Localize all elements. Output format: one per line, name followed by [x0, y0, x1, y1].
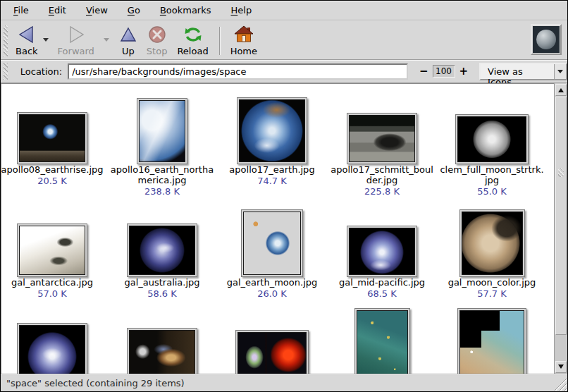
location-bar: Location: − 100 + View as Icons	[1, 60, 567, 83]
menu-bar: File Edit View Go Bookmarks Help	[1, 1, 567, 20]
menu-file[interactable]: File	[4, 1, 39, 19]
back-dropdown-arrow-icon[interactable]	[43, 38, 49, 44]
icon-row-1: apollo08_earthrise.jpg 20.5 K apollo16_e…	[1, 91, 554, 197]
reload-button[interactable]: Reload	[172, 23, 213, 58]
file-thumbnail[interactable]	[347, 113, 417, 164]
menu-edit[interactable]: Edit	[39, 1, 76, 19]
file-item[interactable]: apollo16_earth_northa merica.jpg 238.8 K	[107, 91, 217, 197]
resize-grip[interactable]	[554, 378, 567, 391]
menu-help[interactable]: Help	[221, 1, 262, 19]
file-thumbnail[interactable]	[354, 308, 410, 374]
file-item[interactable]	[217, 307, 327, 374]
toolbar-separator	[219, 27, 220, 55]
file-size: 55.0 K	[477, 186, 507, 197]
file-thumbnail[interactable]	[127, 328, 197, 374]
scroll-up-button[interactable]	[555, 84, 567, 96]
file-item[interactable]: clem_full_moon_strtrk. jpg 55.0 K	[437, 91, 547, 197]
throbber-globe-icon	[536, 30, 556, 49]
zoom-out-button[interactable]: −	[416, 66, 431, 78]
file-item[interactable]: gal_moon_color.jpg 57.7 K	[437, 204, 547, 299]
australia-globe-photo-thumbnail	[129, 226, 195, 275]
toolbar-drag-handle[interactable]	[4, 25, 8, 56]
file-name: clem_full_moon_strtrk.	[440, 164, 543, 175]
file-item[interactable]: apollo17_earth.jpg 74.7 K	[217, 91, 327, 197]
color-moon-photo-thumbnail	[462, 212, 523, 275]
menu-bookmarks[interactable]: Bookmarks	[150, 1, 221, 19]
file-thumbnail[interactable]	[127, 223, 197, 277]
icon-row-2: gal_antarctica.jpg 57.0 K gal_australia.…	[1, 204, 554, 299]
file-name: gal_moon_color.jpg	[448, 277, 536, 288]
menu-view[interactable]: View	[76, 1, 118, 19]
zoom-in-button[interactable]: +	[457, 66, 471, 78]
file-item[interactable]	[107, 307, 217, 374]
zoom-controls: − 100 +	[416, 65, 471, 78]
file-thumbnail[interactable]	[17, 112, 87, 164]
toolbar: Back Forward Up Stop	[1, 20, 567, 60]
reload-icon	[183, 25, 203, 44]
file-item[interactable]	[1, 307, 107, 374]
file-thumbnail[interactable]	[455, 114, 529, 164]
file-size: 225.8 K	[364, 186, 400, 197]
icon-row-3	[1, 307, 554, 374]
file-item[interactable]	[437, 307, 547, 374]
up-button[interactable]: Up	[115, 23, 142, 58]
scroll-down-button[interactable]	[555, 361, 567, 373]
file-thumbnail[interactable]	[137, 98, 187, 164]
file-item[interactable]: apollo08_earthrise.jpg 20.5 K	[1, 91, 107, 197]
file-thumbnail[interactable]	[241, 209, 303, 277]
file-item[interactable]	[327, 307, 437, 374]
file-item[interactable]: gal_earth_moon.jpg 26.0 K	[217, 204, 327, 299]
throbber-background	[533, 26, 560, 53]
colliding-galaxies-thumbnail	[129, 330, 195, 374]
forward-button[interactable]: Forward	[53, 23, 99, 58]
arrow-up-icon	[558, 85, 564, 92]
file-thumbnail[interactable]	[235, 330, 309, 374]
file-name: gal_earth_moon.jpg	[227, 277, 318, 288]
icon-view[interactable]: apollo08_earthrise.jpg 20.5 K apollo16_e…	[1, 83, 554, 374]
file-name: gal_australia.jpg	[124, 277, 199, 288]
crab-nebula-and-red-nebula-thumbnail	[237, 332, 307, 374]
file-size: 238.8 K	[144, 186, 180, 197]
main-area: apollo08_earthrise.jpg 20.5 K apollo16_e…	[1, 83, 567, 374]
antarctica-photo-thumbnail	[19, 226, 85, 275]
home-button[interactable]: Home	[226, 23, 262, 58]
back-icon	[18, 25, 36, 44]
teal-starfield-thumbnail	[357, 310, 408, 374]
moon-boulder-photo-thumbnail	[349, 115, 415, 162]
file-name: gal_antarctica.jpg	[11, 277, 93, 288]
scrollbar-thumb[interactable]	[555, 97, 567, 335]
vertical-scrollbar[interactable]	[554, 83, 567, 374]
file-thumbnail[interactable]	[347, 226, 417, 277]
forward-dropdown-arrow-icon[interactable]	[104, 38, 109, 44]
file-thumbnail[interactable]	[237, 97, 307, 164]
pacific-globe-photo-thumbnail	[349, 228, 415, 275]
file-thumbnail[interactable]	[457, 308, 526, 374]
view-mode-dropdown[interactable]: View as Icons	[479, 63, 567, 80]
file-thumbnail[interactable]	[17, 223, 87, 277]
back-button[interactable]: Back	[11, 23, 43, 58]
masked-blue-nebula-thumbnail	[459, 310, 524, 374]
location-bar-drag-handle[interactable]	[4, 63, 8, 80]
file-name: apollo08_earthrise.jpg	[1, 164, 103, 175]
file-item[interactable]: gal_mid-pacific.jpg 68.5 K	[327, 204, 437, 299]
file-size: 26.0 K	[257, 288, 287, 299]
file-item[interactable]: apollo17_schmitt_boul der.jpg 225.8 K	[327, 91, 437, 197]
view-mode-label: View as Icons	[481, 64, 554, 79]
file-size: 20.5 K	[37, 176, 67, 186]
location-label: Location:	[20, 66, 62, 77]
file-thumbnail[interactable]	[17, 323, 87, 374]
file-item[interactable]: gal_australia.jpg 58.6 K	[107, 204, 217, 299]
file-name: gal_mid-pacific.jpg	[339, 277, 425, 288]
stop-button[interactable]: Stop	[142, 23, 173, 58]
file-thumbnail[interactable]	[459, 209, 525, 277]
location-input[interactable]	[68, 63, 408, 80]
view-mode-arrow-button[interactable]	[554, 64, 566, 79]
arrow-down-icon	[558, 365, 564, 372]
full-moon-photo-thumbnail	[457, 116, 526, 162]
file-item[interactable]: gal_antarctica.jpg 57.0 K	[1, 204, 107, 299]
file-size: 57.0 K	[37, 288, 67, 299]
file-name: apollo17_schmitt_boul	[331, 164, 433, 175]
status-text: "space" selected (containing 29 items)	[6, 378, 185, 388]
menu-go[interactable]: Go	[118, 1, 150, 19]
zoom-level-indicator: 100	[433, 65, 455, 78]
